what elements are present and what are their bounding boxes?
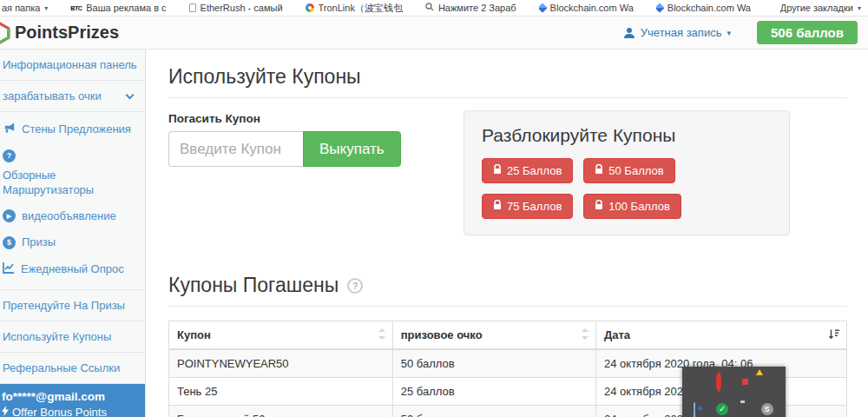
- question-circle-icon: ?: [3, 149, 16, 162]
- cell-coupon: Тень 25: [169, 378, 393, 406]
- help-icon[interactable]: ?: [347, 278, 363, 294]
- unlock-button-label: 25 Баллов: [507, 164, 562, 177]
- sort-desc-icon: [828, 328, 839, 341]
- page-title: Используйте Купоны: [168, 65, 847, 98]
- taskbar-window-icon[interactable]: [694, 374, 707, 387]
- unlock-button-label: 50 Баллов: [608, 164, 663, 177]
- coupon-input[interactable]: [168, 131, 303, 167]
- column-label: призовое очко: [401, 328, 483, 341]
- s-badge-icon[interactable]: S: [761, 403, 774, 416]
- sidebar: Информационная панель зарабатывать очки …: [0, 50, 146, 417]
- unlock-100-button[interactable]: 100 Баллов: [583, 194, 681, 219]
- site-header: PointsPrizes Учетная запись ▾ 506 баллов: [0, 17, 868, 50]
- sort-both-icon: [582, 328, 589, 342]
- media-player-icon[interactable]: [694, 403, 707, 416]
- sidebar-item-claim-prizes[interactable]: Претендуйте На Призы: [0, 290, 145, 321]
- chevron-down-icon: [126, 90, 135, 99]
- system-tray-popup: ✓ S: [682, 367, 786, 417]
- cell-coupon: POINTYNEWYEAR50: [169, 349, 393, 378]
- bookmark-label: ая папка: [2, 3, 40, 13]
- sidebar-submenu: Стены Предложения ? Обзорные Маршрутизат…: [0, 112, 145, 290]
- bookmark-item[interactable]: BTC Ваша реклама в с: [70, 3, 166, 13]
- sidebar-item-label: Стены Предложения: [22, 122, 131, 136]
- magnifier-icon: [425, 3, 434, 13]
- line-chart-icon: [3, 261, 15, 277]
- sidebar-item-label: Призы: [22, 235, 56, 249]
- opera-icon[interactable]: [716, 374, 729, 387]
- brand-hexagon-icon: [0, 22, 11, 44]
- column-header-coupon[interactable]: Купон: [169, 321, 393, 350]
- sidebar-item-label: Ежедневный Опрос: [21, 262, 124, 276]
- bookmark-item[interactable]: EtherRush - самый: [189, 3, 283, 13]
- bookmark-item[interactable]: Blockchain.com Wa: [539, 3, 634, 13]
- caret-down-icon: ▾: [44, 4, 48, 12]
- referral-card[interactable]: fo*****@gmail.com Offer Bonus Points: [0, 384, 145, 417]
- account-label: Учетная запись: [641, 26, 722, 39]
- caret-down-icon: ▾: [858, 4, 861, 12]
- bookmark-item[interactable]: TronLink（波宝钱包: [306, 2, 403, 15]
- play-circle-icon: ▶: [3, 209, 16, 222]
- sidebar-item-offer-walls[interactable]: Стены Предложения: [0, 116, 145, 143]
- sidebar-item-label: Обзорные Маршрутизаторы: [3, 169, 140, 197]
- lock-icon: [595, 200, 603, 213]
- unlock-coupons-panel: Разблокируйте Купоны 25 Баллов 50 Баллов…: [464, 110, 790, 235]
- sidebar-item-use-coupons[interactable]: Используйте Купоны: [0, 321, 145, 353]
- bookmark-label: TronLink（波宝钱包: [319, 2, 403, 15]
- column-label: Дата: [604, 328, 630, 341]
- sidebar-item-label: Используйте Купоны: [3, 330, 111, 343]
- sidebar-item-label: Информационная панель: [3, 58, 137, 71]
- bookmark-label: EtherRush - самый: [201, 3, 283, 13]
- redeemed-coupons-title-text: Купоны Погашены: [168, 274, 339, 297]
- sidebar-item-survey-routers[interactable]: ? Обзорные Маршрутизаторы: [0, 143, 145, 203]
- column-header-date[interactable]: Дата: [596, 321, 847, 350]
- bookmark-item[interactable]: Нажмите 2 Зараб: [425, 3, 516, 13]
- sidebar-item-prizes[interactable]: $ Призы: [0, 229, 145, 255]
- brand-logo[interactable]: PointsPrizes: [0, 22, 119, 44]
- sidebar-item-earn-points[interactable]: зарабатывать очки: [0, 81, 145, 112]
- referral-email: fo*****@gmail.com: [2, 390, 138, 403]
- bookmark-label: Нажмите 2 Зараб: [438, 3, 516, 13]
- unlock-25-button[interactable]: 25 Баллов: [482, 158, 573, 183]
- redeem-coupon-label: Погасить Купон: [168, 112, 464, 125]
- other-bookmarks-label: Другие закладки: [780, 3, 853, 13]
- page-title-text: Используйте Купоны: [168, 65, 361, 89]
- megaphone-icon: [3, 122, 16, 137]
- btc-icon: BTC: [70, 5, 82, 11]
- page-icon: [189, 3, 196, 12]
- device-icon[interactable]: [739, 403, 752, 416]
- sidebar-item-dashboard[interactable]: Информационная панель: [0, 50, 145, 81]
- bookmark-item[interactable]: Blockchain.com Wa: [656, 3, 751, 13]
- unlock-75-button[interactable]: 75 Баллов: [482, 194, 573, 219]
- lock-icon: [493, 200, 502, 213]
- sidebar-item-referral-links[interactable]: Реферальные Ссылки: [0, 353, 145, 384]
- sidebar-item-daily-poll[interactable]: Ежедневный Опрос: [0, 255, 145, 283]
- column-label: Купон: [177, 328, 211, 341]
- account-menu[interactable]: Учетная запись ▾: [623, 26, 731, 39]
- bookmark-folder[interactable]: ая папка ▾: [2, 3, 48, 13]
- other-bookmarks-button[interactable]: Другие закладки ▾: [780, 3, 861, 13]
- redeem-coupon-form: Погасить Купон Выкупать: [168, 112, 464, 167]
- cell-points: 50 баллов: [392, 406, 595, 417]
- unlock-button-label: 75 Баллов: [507, 200, 562, 213]
- redeem-button[interactable]: Выкупать: [303, 131, 401, 167]
- unlock-50-button[interactable]: 50 Баллов: [583, 158, 674, 183]
- sort-both-icon: [378, 328, 385, 342]
- bolt-icon: [2, 406, 9, 417]
- redeemed-coupons-title: Купоны Погашены ?: [168, 274, 847, 307]
- sidebar-item-label: зарабатывать очки: [3, 89, 102, 103]
- points-balance-badge[interactable]: 506 баллов: [757, 21, 858, 44]
- bookmark-label: Blockchain.com Wa: [667, 3, 751, 13]
- sidebar-item-video-ads[interactable]: ▶ видеообъявление: [0, 203, 145, 229]
- column-header-points[interactable]: призовое очко: [392, 321, 595, 350]
- sidebar-item-label: Претендуйте На Призы: [3, 299, 125, 312]
- main-content: Используйте Купоны Погасить Купон Выкупа…: [146, 50, 868, 417]
- antivirus-check-icon[interactable]: ✓: [716, 403, 729, 416]
- blue-app-icon[interactable]: [739, 374, 752, 387]
- cell-coupon: Бесстрашный 50: [169, 406, 393, 417]
- cell-points: 50 баллов: [392, 349, 595, 378]
- shield-warning-icon[interactable]: [761, 374, 774, 387]
- sidebar-item-label: видеообъявление: [22, 209, 116, 223]
- blockchain-icon: [539, 3, 548, 12]
- unlock-button-label: 100 Баллов: [608, 200, 670, 213]
- sidebar-item-label: Реферальные Ссылки: [3, 361, 120, 374]
